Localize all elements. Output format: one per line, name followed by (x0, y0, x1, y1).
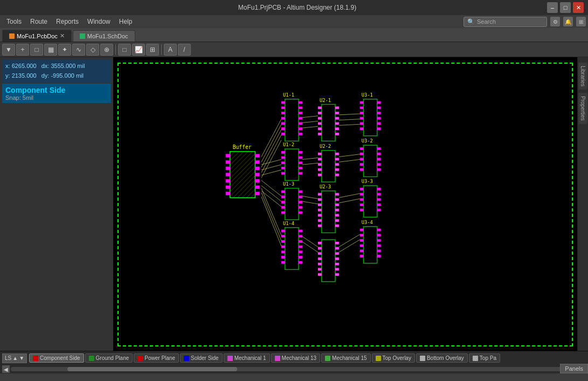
layer-top-pa[interactable]: Top Pa (469, 353, 500, 363)
toolbar-rect[interactable]: □ (30, 44, 43, 56)
toolbar-line[interactable]: / (178, 44, 191, 56)
toolbar: ▼ + □ ▦ ✦ ∿ ◇ ⊕ □ 📈 ⊞ A / (0, 42, 588, 57)
layer-color-top-pa (473, 356, 478, 361)
restore-button[interactable]: □ (560, 2, 571, 13)
toolbar-star[interactable]: ✦ (58, 44, 71, 56)
grid-icon[interactable]: ⊞ (576, 17, 586, 26)
svg-rect-21 (281, 117, 285, 120)
svg-rect-25 (299, 101, 302, 104)
toolbar-wave[interactable]: ∿ (72, 44, 85, 56)
bell-icon[interactable]: 🔔 (563, 17, 573, 26)
toolbar-diamond[interactable]: ◇ (86, 44, 99, 56)
tab-pcbdoc-modified: ✕ (60, 32, 65, 39)
svg-rect-27 (299, 112, 302, 114)
svg-rect-119 (318, 257, 322, 260)
layer-bottom-overlay[interactable]: Bottom Overlay (416, 353, 468, 363)
close-button[interactable]: ✕ (573, 2, 584, 13)
gear-icon[interactable]: ⚙ (550, 17, 560, 26)
layer-mech13[interactable]: Mechanical 13 (271, 353, 320, 363)
menu-route[interactable]: Route (26, 17, 52, 26)
layer-solder-side[interactable]: Solder Side (180, 353, 223, 363)
layer-ground-plane[interactable]: Ground Plane (85, 353, 133, 363)
svg-rect-122 (318, 273, 322, 276)
scrollbar-thumb[interactable] (67, 367, 237, 371)
svg-rect-170 (360, 234, 364, 236)
layer-label-power: Power Plane (144, 355, 175, 361)
svg-line-185 (261, 135, 281, 173)
tab-pcbdoc-label: MoFu1.PcbDoc (17, 33, 58, 39)
svg-rect-35 (281, 157, 285, 159)
layer-label-mech15: Mechanical 15 (332, 355, 366, 361)
scrollbar-track[interactable] (11, 367, 577, 371)
scroll-left[interactable]: ◀ (2, 365, 10, 373)
layer-component-side[interactable]: Component Side (29, 353, 84, 363)
toolbar-grid2[interactable]: ⊞ (146, 44, 159, 56)
svg-rect-89 (318, 158, 322, 161)
document-tabs: MoFu1.PcbDoc ✕ MoFu1.SchDoc (0, 28, 588, 42)
layer-mech1[interactable]: Mechanical 1 (224, 353, 270, 363)
svg-line-191 (261, 186, 281, 201)
svg-rect-137 (377, 101, 381, 104)
svg-line-208 (339, 154, 360, 157)
menu-tools[interactable]: Tools (2, 17, 26, 26)
svg-rect-96 (335, 168, 339, 171)
menu-help[interactable]: Help (115, 17, 137, 26)
minimize-button[interactable]: – (547, 2, 558, 13)
tab-schdoc[interactable]: MoFu1.SchDoc (73, 30, 135, 42)
svg-rect-40 (299, 157, 302, 159)
toolbar-text[interactable]: A (164, 44, 177, 56)
coordinates: x: 6265.000 dx: 3555.000 mil y: 2135.000… (2, 59, 111, 83)
svg-rect-128 (335, 268, 339, 271)
svg-rect-124 (335, 247, 339, 250)
properties-tab[interactable]: Properties (578, 93, 587, 124)
svg-text:U1-1: U1-1 (283, 92, 294, 98)
svg-rect-52 (299, 195, 302, 198)
tab-pcbdoc[interactable]: MoFu1.PcbDoc ✕ (2, 30, 72, 42)
svg-text:U1-3: U1-3 (283, 181, 294, 187)
svg-rect-127 (335, 263, 339, 266)
libraries-tab[interactable]: Libraries (578, 63, 587, 90)
svg-rect-141 (377, 122, 381, 125)
svg-rect-165 (377, 203, 381, 206)
panels-button[interactable]: Panels (560, 364, 588, 373)
svg-line-198 (302, 126, 318, 128)
svg-rect-134 (360, 117, 364, 120)
ls-indicator[interactable]: LS ▲ ▼ (2, 353, 27, 363)
layer-mech15[interactable]: Mechanical 15 (321, 353, 370, 363)
toolbar-add[interactable]: + (16, 44, 29, 56)
menu-window[interactable]: Window (83, 17, 115, 26)
svg-rect-37 (281, 167, 285, 169)
search-bar[interactable]: 🔍 Search (464, 17, 547, 27)
svg-rect-161 (360, 209, 364, 212)
svg-rect-18 (281, 101, 285, 104)
svg-line-187 (261, 159, 281, 165)
svg-rect-120 (318, 263, 322, 266)
layer-top-overlay[interactable]: Top Overlay (372, 353, 415, 363)
main-layout: x: 6265.000 dx: 3555.000 mil y: 2135.000… (0, 57, 588, 351)
toolbar-box2[interactable]: □ (118, 44, 131, 56)
svg-text:U3-1: U3-1 (362, 92, 373, 98)
svg-rect-2 (226, 154, 230, 158)
svg-rect-123 (335, 242, 339, 244)
svg-line-188 (261, 165, 281, 170)
svg-rect-169 (360, 229, 364, 232)
svg-rect-64 (281, 261, 285, 264)
layer-label-mech13: Mechanical 13 (282, 355, 316, 361)
ls-up[interactable]: ▲ (12, 355, 18, 361)
toolbar-grid[interactable]: ▦ (44, 44, 57, 56)
toolbar-filter[interactable]: ▼ (2, 44, 15, 56)
layer-power-plane[interactable]: Power Plane (134, 353, 179, 363)
svg-rect-126 (335, 257, 339, 260)
pcb-canvas[interactable]: Buffer U1-1 (113, 57, 577, 351)
svg-rect-12 (255, 173, 259, 176)
layer-color-mech1 (227, 356, 233, 361)
svg-rect-7 (226, 186, 230, 189)
svg-rect-136 (360, 127, 364, 130)
toolbar-circle[interactable]: ⊕ (100, 44, 113, 56)
svg-line-212 (339, 234, 360, 247)
toolbar-chart[interactable]: 📈 (132, 44, 145, 56)
menu-reports[interactable]: Reports (52, 17, 83, 26)
svg-rect-131 (360, 101, 364, 104)
svg-rect-34 (281, 151, 285, 154)
ls-down[interactable]: ▼ (19, 355, 24, 361)
